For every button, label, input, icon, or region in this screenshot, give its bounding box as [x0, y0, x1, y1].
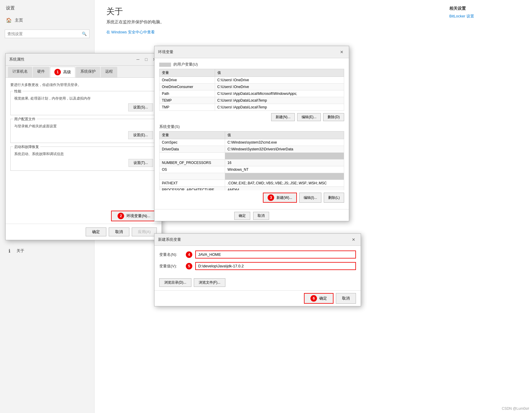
perf-label: 性能	[13, 89, 22, 94]
varname-input[interactable]	[195, 251, 356, 258]
tab-sysprotect[interactable]: 系统保护	[76, 67, 100, 77]
env-vars-button[interactable]: 2 环境变量(N)...	[111, 211, 157, 221]
sys-var-value: C:\Windows\System32\Drivers\DriverData	[225, 146, 344, 153]
startup-section: 启动和故障恢复 系统启动、系统故障和调试信息 设置(T)...	[10, 147, 157, 171]
search-box: 🔍	[5, 30, 90, 38]
sidebar-label-about: 关于	[17, 248, 24, 253]
sys-var-row[interactable]: PATHEXT .COM;.EXE;.BAT;.CMD;.VBS;.VBE;.J…	[160, 180, 344, 187]
envvar-ok-btn[interactable]: 确定	[234, 212, 250, 220]
varname-label: 变量名(N):	[159, 252, 186, 257]
sys-var-row[interactable]: NUMBER_OF_PROCESSORS 16	[160, 160, 344, 166]
search-button[interactable]: 🔍	[79, 30, 89, 38]
user-var-value: C:\Users\ \AppData\Local\Temp	[215, 104, 344, 111]
page-subtitle: 系统正在监控并保护你的电脑。	[106, 19, 432, 25]
envvar-close-btn[interactable]: ✕	[338, 48, 345, 56]
newvar-close-btn[interactable]: ✕	[350, 236, 357, 243]
newvar-title: 新建系统变量	[158, 237, 181, 242]
sysprop-minimize-btn[interactable]: ─	[134, 56, 141, 63]
sys-vars-scroll[interactable]: 变量 值 ComSpec C:\Windows\system32\cmd.exe…	[159, 131, 344, 190]
sys-var-name	[160, 173, 225, 180]
sys-var-value	[225, 173, 344, 180]
varvalue-row: 变量值(V): 5	[159, 262, 356, 270]
sys-var-name: DriverData	[160, 146, 225, 153]
profile-label: 用户配置文件	[13, 117, 37, 122]
newvar-titlebar: 新建系统变量 ✕	[154, 234, 361, 246]
user-vars-title: 的用户变量(U)	[159, 62, 344, 67]
sysprop-cancel-btn[interactable]: 取消	[109, 227, 129, 236]
sys-var-row[interactable]: PROCESSOR_ARCHITECTURE AMD64	[160, 187, 344, 191]
sys-var-value: C:\Windows\system32\cmd.exe	[225, 139, 344, 146]
sys-var-name: OS	[160, 166, 225, 173]
user-var-row[interactable]: Path C:\Users\ \AppData\Local\Microsoft\…	[160, 90, 344, 97]
sys-var-value: .COM;.EXE;.BAT;.CMD;.VBS;.VBE;.JS;.JSE;.…	[225, 180, 344, 187]
sysprop-title: 系统属性	[9, 57, 25, 62]
browse-row: 浏览目录(D)... 浏览文件(F)...	[154, 278, 361, 290]
tab-hardware[interactable]: 硬件	[33, 67, 49, 77]
user-var-name: TMP	[160, 104, 215, 111]
user-var-row[interactable]: OneDriveConsumer C:\Users\ \OneDrive	[160, 84, 344, 90]
startup-label: 启动和故障恢复	[13, 144, 40, 149]
sys-val-col-header: 值	[225, 131, 344, 139]
profile-settings-btn[interactable]: 设置(E)...	[128, 131, 153, 139]
step3-badge: 3	[268, 194, 274, 201]
sys-vars-title: 系统变量(S)	[159, 124, 344, 129]
user-var-value: C:\Users\ \OneDrive	[215, 84, 344, 90]
sys-var-row[interactable]: OS Windows_NT	[160, 166, 344, 173]
sysprop-tabs: 计算机名 硬件 1 高级 系统保护 远程	[6, 66, 162, 78]
newvar-footer: 6 确定 取消	[154, 290, 361, 306]
user-var-row[interactable]: TEMP C:\Users\ \AppData\Local\Temp	[160, 97, 344, 104]
user-var-name: Path	[160, 90, 215, 97]
sysprop-apply-btn[interactable]: 应用(A)	[132, 227, 157, 236]
sysprop-ok-btn[interactable]: 确定	[86, 227, 106, 236]
sys-edit-btn[interactable]: 编辑(I)...	[299, 193, 321, 203]
envvar-titlebar: 环境变量 ✕	[154, 46, 349, 58]
sys-delete-btn[interactable]: 删除(L)	[324, 193, 344, 203]
sidebar-item-about[interactable]: ℹ 关于	[0, 244, 94, 258]
sys-var-name	[160, 153, 225, 160]
perf-settings-btn[interactable]: 设置(S)...	[128, 103, 153, 111]
browse-dir-btn[interactable]: 浏览目录(D)...	[159, 278, 191, 287]
startup-text: 系统启动、系统故障和调试信息	[14, 152, 153, 157]
profile-text: 与登录账户相关的桌面设置	[14, 124, 153, 129]
envvar-cancel-btn[interactable]: 取消	[253, 212, 269, 220]
tab-computername[interactable]: 计算机名	[8, 67, 32, 77]
page-title: 关于	[106, 6, 432, 17]
sys-var-value: AMD64	[225, 187, 344, 191]
sys-var-row[interactable]	[160, 173, 344, 180]
varvalue-input[interactable]	[195, 262, 356, 270]
sidebar-item-home[interactable]: 🏠 主页	[0, 14, 94, 27]
sysprop-dialog: 系统属性 ─ □ ✕ 计算机名 硬件 1 高级 系统保护 远程 要进行大多数更改…	[5, 53, 162, 240]
sys-var-row[interactable]: DriverData C:\Windows\System32\Drivers\D…	[160, 146, 344, 153]
startup-settings-btn[interactable]: 设置(T)...	[128, 159, 153, 167]
profile-section: 用户配置文件 与登录账户相关的桌面设置 设置(E)...	[10, 119, 157, 143]
search-input[interactable]	[5, 30, 79, 38]
step6-badge: 6	[310, 295, 317, 302]
user-new-btn[interactable]: 新建(N)...	[271, 113, 295, 121]
envvar-dialog: 环境变量 ✕ 的用户变量(U) 变量 值 OneDrive C:\Users\ …	[154, 46, 349, 221]
user-edit-btn[interactable]: 编辑(E)...	[297, 113, 321, 121]
user-var-row[interactable]: TMP C:\Users\ \AppData\Local\Temp	[160, 104, 344, 111]
newvar-cancel-btn[interactable]: 取消	[336, 293, 356, 304]
user-vars-buttons: 新建(N)... 编辑(E)... 删除(D)	[159, 113, 344, 121]
sys-var-row[interactable]	[160, 153, 344, 160]
envvar-titlebar-buttons: ✕	[338, 48, 345, 56]
sysprop-maximize-btn[interactable]: □	[143, 56, 150, 63]
sys-var-row[interactable]: ComSpec C:\Windows\system32\cmd.exe	[160, 139, 344, 146]
newvar-content: 变量名(N): 4 变量值(V): 5	[154, 246, 361, 278]
newvar-titlebar-buttons: ✕	[350, 236, 357, 243]
sys-new-btn[interactable]: 3 新建(W)...	[263, 193, 297, 203]
about-icon: ℹ	[6, 247, 13, 254]
envvar-content: 的用户变量(U) 变量 值 OneDrive C:\Users\ \OneDri…	[154, 58, 349, 209]
tab-advanced[interactable]: 1 高级	[50, 67, 75, 77]
tab-remote[interactable]: 远程	[101, 67, 117, 77]
security-link[interactable]: 在 Windows 安全中心中查看	[106, 30, 432, 35]
browse-file-btn[interactable]: 浏览文件(F)...	[194, 278, 225, 287]
user-var-value: C:\Users\ \AppData\Local\Microsoft\Windo…	[215, 90, 344, 97]
bitlocker-link[interactable]: BitLocker 设置	[449, 14, 526, 19]
user-var-row[interactable]: OneDrive C:\Users\ \OneDrive	[160, 77, 344, 84]
user-var-col-header: 变量	[160, 69, 215, 77]
newvar-ok-btn[interactable]: 6 确定	[304, 293, 333, 304]
sidebar-title: 设置	[0, 0, 94, 14]
user-vars-table: 变量 值 OneDrive C:\Users\ \OneDrive OneDri…	[159, 69, 344, 111]
user-delete-btn[interactable]: 删除(D)	[323, 113, 344, 121]
